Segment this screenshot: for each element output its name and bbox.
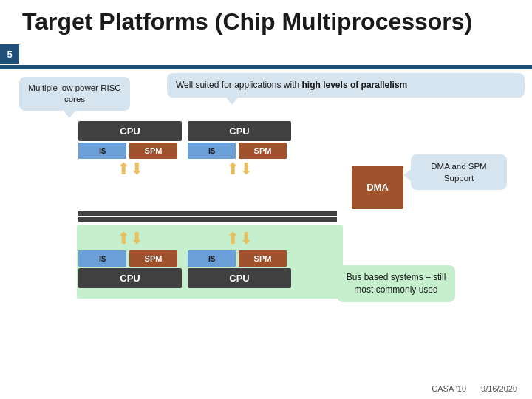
cpu1-spm: SPM: [129, 143, 177, 159]
cpu3-spm: SPM: [129, 250, 177, 267]
top-cpu-group: CPU I$ SPM CPU I$ SPM: [78, 121, 389, 159]
cpu3-container: I$ SPM CPU: [78, 249, 182, 288]
dma-block: DMA: [352, 166, 403, 209]
cpu2-i-cache: I$: [188, 143, 236, 159]
bus-line-top: [78, 211, 337, 216]
bottom-arrows-row: ⬆⬇ ⬆⬇: [78, 228, 389, 249]
cpu2-spm: SPM: [239, 143, 287, 159]
arrow-down-1: ⬆⬇: [117, 160, 143, 179]
bottom-cpu-area: ⬆⬇ ⬆⬇ I$ SPM CPU I$ SPM CPU: [78, 228, 389, 288]
cpu4-inner: I$ SPM: [188, 250, 291, 267]
arrow-block-1: ⬆⬇: [78, 159, 182, 180]
cpu2-label: CPU: [188, 121, 291, 141]
content-area: Multiple low power RISC cores Well suite…: [19, 69, 525, 377]
cpu1-container: CPU I$ SPM: [78, 121, 182, 159]
arrow-block-4: ⬆⬇: [188, 228, 291, 249]
bubble-dma-text2: Support: [444, 174, 474, 183]
cpu2-container: CPU I$ SPM: [188, 121, 291, 159]
footer-date: 9/16/2020: [481, 384, 517, 393]
slide-title: Target Platforms (Chip Multiprocessors): [22, 7, 517, 35]
arrow-down-3: ⬆⬇: [117, 229, 143, 248]
top-arrows-row: ⬆⬇ ⬆⬇: [78, 159, 389, 180]
cpu3-label: CPU: [78, 268, 182, 288]
arrow-down-4: ⬆⬇: [226, 229, 253, 248]
bottom-cpu-group: I$ SPM CPU I$ SPM CPU: [78, 249, 389, 288]
footer-casa: CASA '10: [432, 384, 466, 393]
cpu3-i-cache: I$: [78, 250, 126, 267]
arrow-block-3: ⬆⬇: [78, 228, 182, 249]
arrow-down-2: ⬆⬇: [226, 160, 253, 179]
cpu4-spm: SPM: [239, 250, 287, 267]
cpu2-inner: I$ SPM: [188, 143, 291, 159]
bubble-parallelism-bold: high levels of parallelism: [302, 80, 408, 90]
bubble-parallelism-text1: Well suited for applications with: [176, 80, 302, 90]
bubble-parallelism: Well suited for applications with high l…: [167, 73, 525, 98]
footer: CASA '10 9/16/2020: [432, 384, 517, 393]
cpu4-container: I$ SPM CPU: [188, 249, 291, 288]
arrow-block-2: ⬆⬇: [188, 159, 291, 180]
bubble-dma-text1: DMA and SPM: [431, 162, 486, 171]
bubble-dma: DMA and SPM Support: [411, 154, 507, 190]
bubble-risc-cores: Multiple low power RISC cores: [19, 77, 130, 111]
bus-line-bottom: [78, 217, 337, 222]
cpu4-label: CPU: [188, 268, 291, 288]
slide-number: 5: [0, 44, 19, 64]
cpu1-label: CPU: [78, 121, 182, 141]
cpu1-inner: I$ SPM: [78, 143, 182, 159]
top-cpu-area: CPU I$ SPM CPU I$ SPM ⬆⬇ ⬆⬇: [78, 121, 389, 180]
cpu4-i-cache: I$: [188, 250, 236, 267]
cpu3-inner: I$ SPM: [78, 250, 182, 267]
cpu1-i-cache: I$: [78, 143, 126, 159]
